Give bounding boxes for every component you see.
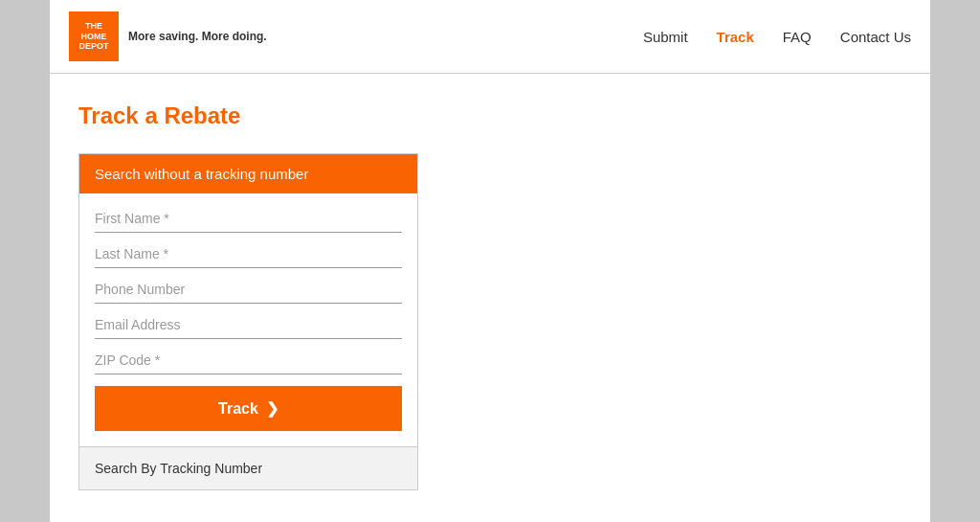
first-name-field[interactable] bbox=[95, 201, 402, 233]
form-body: Track ❯ bbox=[79, 193, 417, 446]
last-name-field[interactable] bbox=[95, 237, 402, 268]
first-name-input[interactable] bbox=[95, 209, 402, 228]
page-wrapper: THE HOME DEPOT More saving. More doing. … bbox=[50, 0, 930, 522]
nav-item-track[interactable]: Track bbox=[717, 29, 754, 45]
logo-tagline: More saving. More doing. bbox=[128, 30, 267, 43]
nav-item-submit[interactable]: Submit bbox=[643, 29, 688, 45]
nav-item-contact-us[interactable]: Contact Us bbox=[840, 29, 911, 45]
phone-number-field[interactable] bbox=[95, 272, 402, 304]
zip-code-input[interactable] bbox=[95, 351, 402, 370]
email-address-input[interactable] bbox=[95, 315, 402, 334]
search-by-tracking-number[interactable]: Search By Tracking Number bbox=[79, 446, 417, 489]
email-address-field[interactable] bbox=[95, 307, 402, 339]
form-card-header: Search without a tracking number bbox=[79, 154, 417, 193]
chevron-right-icon: ❯ bbox=[266, 399, 278, 418]
home-depot-logo: THE HOME DEPOT bbox=[69, 11, 119, 61]
zip-code-field[interactable] bbox=[95, 343, 402, 374]
last-name-input[interactable] bbox=[95, 244, 402, 263]
track-button[interactable]: Track ❯ bbox=[95, 386, 402, 431]
logo-area: THE HOME DEPOT More saving. More doing. bbox=[69, 11, 267, 61]
header: THE HOME DEPOT More saving. More doing. … bbox=[50, 0, 930, 74]
main-content: Track a Rebate Search without a tracking… bbox=[50, 74, 930, 519]
track-button-label: Track bbox=[218, 400, 258, 418]
search-form-card: Search without a tracking number bbox=[78, 153, 418, 490]
nav-item-faq[interactable]: FAQ bbox=[783, 29, 812, 45]
main-nav: Submit Track FAQ Contact Us bbox=[643, 29, 911, 45]
page-title: Track a Rebate bbox=[78, 102, 902, 129]
phone-number-input[interactable] bbox=[95, 280, 402, 299]
